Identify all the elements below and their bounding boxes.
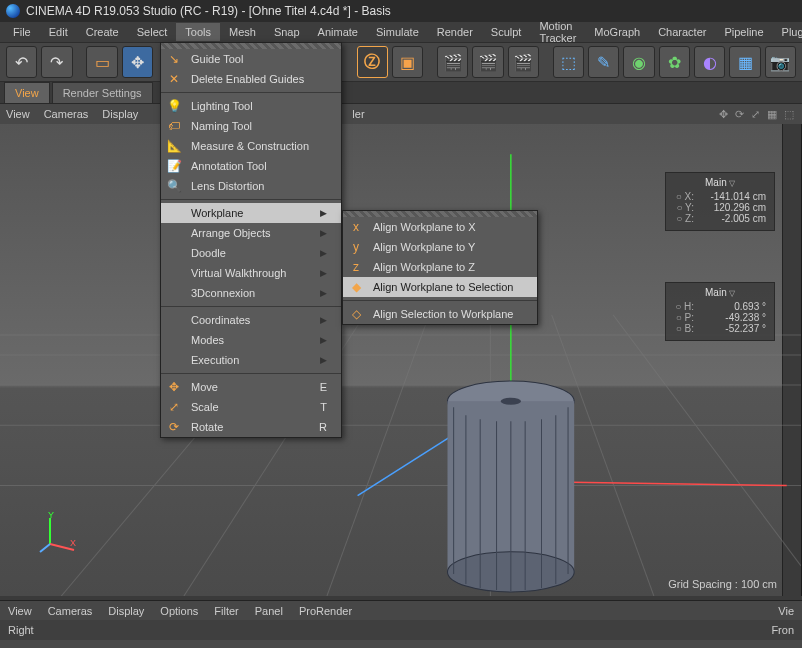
workplane-align-workplane-to-selection[interactable]: ◆Align Workplane to Selection (343, 277, 537, 297)
lower-menu-prorender[interactable]: ProRender (299, 605, 352, 617)
menu-plugin[interactable]: Plugin (773, 23, 802, 41)
lower-menu-options[interactable]: Options (160, 605, 198, 617)
menubar: FileEditCreateSelectToolsMeshSnapAnimate… (0, 22, 802, 42)
redo-button[interactable]: ↷ (41, 46, 72, 78)
menu-item-label: Coordinates (191, 314, 250, 326)
shortcut-label: R (319, 421, 327, 433)
menu-item-icon (165, 205, 183, 221)
lower-menu-panel[interactable]: Panel (255, 605, 283, 617)
main-toolbar: ↶ ↷ ▭ ✥ Ⓩ ▣ 🎬 🎬 🎬 ⬚ ✎ ◉ ✿ ◐ ▦ 📷 (0, 42, 802, 82)
select-tool[interactable]: ▭ (86, 46, 117, 78)
menu-select[interactable]: Select (128, 23, 177, 41)
prim-cube-icon[interactable]: ⬚ (553, 46, 584, 78)
lower-menu-display[interactable]: Display (108, 605, 144, 617)
tab-view[interactable]: View (4, 82, 50, 103)
viewport-nav-icons[interactable]: ✥ ⟳ ⤢ ▦ ⬚ (719, 108, 796, 121)
menu-item-label: Align Workplane to Z (373, 261, 475, 273)
tools-lighting-tool[interactable]: 💡Lighting Tool (161, 96, 341, 116)
menu-item-icon (165, 332, 183, 348)
menu-mesh[interactable]: Mesh (220, 23, 265, 41)
tools-menu[interactable]: ↘Guide Tool✕Delete Enabled Guides💡Lighti… (160, 42, 342, 438)
tools-modes[interactable]: Modes▶ (161, 330, 341, 350)
tools-delete-enabled-guides[interactable]: ✕Delete Enabled Guides (161, 69, 341, 89)
menu-item-label: Align Workplane to Y (373, 241, 475, 253)
tools-move[interactable]: ✥MoveE (161, 377, 341, 397)
generator-icon[interactable]: ◉ (623, 46, 654, 78)
menu-item-icon (165, 225, 183, 241)
vp-menu-cameras[interactable]: Cameras (44, 108, 89, 120)
tools-coordinates[interactable]: Coordinates▶ (161, 310, 341, 330)
gen2-icon[interactable]: ✿ (659, 46, 690, 78)
menu-tools[interactable]: Tools (176, 23, 220, 41)
workplane-submenu[interactable]: xAlign Workplane to XyAlign Workplane to… (342, 210, 538, 325)
menu-item-label: Delete Enabled Guides (191, 73, 304, 85)
spline-icon[interactable]: ✎ (588, 46, 619, 78)
tools-3dconnexion[interactable]: 3Dconnexion▶ (161, 283, 341, 303)
tools-execution[interactable]: Execution▶ (161, 350, 341, 370)
view-name-right: Fron (771, 624, 794, 636)
shortcut-label: E (320, 381, 327, 393)
menu-item-label: Naming Tool (191, 120, 252, 132)
tools-arrange-objects[interactable]: Arrange Objects▶ (161, 223, 341, 243)
menu-render[interactable]: Render (428, 23, 482, 41)
vp-menu-display[interactable]: Display (102, 108, 138, 120)
lower-menu-cameras[interactable]: Cameras (48, 605, 93, 617)
workplane-align-workplane-to-y[interactable]: yAlign Workplane to Y (343, 237, 537, 257)
tab-render-settings[interactable]: Render Settings (52, 82, 153, 103)
vp-menu-view[interactable]: View (6, 108, 30, 120)
menu-animate[interactable]: Animate (309, 23, 367, 41)
menu-character[interactable]: Character (649, 23, 715, 41)
viewport-perspective[interactable]: Y X Grid Spacing : 100 cm Main ○ X:-141.… (0, 124, 802, 596)
menu-item-icon: ✕ (165, 71, 183, 87)
menu-motion-tracker[interactable]: Motion Tracker (530, 17, 585, 47)
menu-item-label: Annotation Tool (191, 160, 267, 172)
menu-create[interactable]: Create (77, 23, 128, 41)
clapper2-icon[interactable]: 🎬 (472, 46, 503, 78)
axis-icon[interactable]: Ⓩ (357, 46, 388, 78)
floor-icon[interactable]: ▦ (729, 46, 760, 78)
undo-button[interactable]: ↶ (6, 46, 37, 78)
clapper1-icon[interactable]: 🎬 (437, 46, 468, 78)
workplane-align-selection-to-workplane[interactable]: ◇Align Selection to Workplane (343, 304, 537, 324)
tools-measure-construction[interactable]: 📐Measure & Construction (161, 136, 341, 156)
cylinder-object (447, 381, 574, 592)
menu-item-label: Doodle (191, 247, 226, 259)
app-icon (6, 4, 20, 18)
menu-snap[interactable]: Snap (265, 23, 309, 41)
workplane-align-workplane-to-x[interactable]: xAlign Workplane to X (343, 217, 537, 237)
submenu-arrow-icon: ▶ (320, 268, 327, 278)
lower-menu-view[interactable]: View (8, 605, 32, 617)
tools-virtual-walkthrough[interactable]: Virtual Walkthrough▶ (161, 263, 341, 283)
tools-naming-tool[interactable]: 🏷Naming Tool (161, 116, 341, 136)
deformer-icon[interactable]: ◐ (694, 46, 725, 78)
move-tool[interactable]: ✥ (122, 46, 153, 78)
tools-rotate[interactable]: ⟳RotateR (161, 417, 341, 437)
shortcut-label: T (320, 401, 327, 413)
menu-item-icon (165, 352, 183, 368)
tools-workplane[interactable]: Workplane▶ (161, 203, 341, 223)
tools-annotation-tool[interactable]: 📝Annotation Tool (161, 156, 341, 176)
lower-viewport-menubar: ViewCamerasDisplayOptionsFilterPanelProR… (0, 600, 802, 620)
menu-mograph[interactable]: MoGraph (585, 23, 649, 41)
menu-pipeline[interactable]: Pipeline (715, 23, 772, 41)
tools-lens-distortion[interactable]: 🔍Lens Distortion (161, 176, 341, 196)
workplane-align-workplane-to-z[interactable]: zAlign Workplane to Z (343, 257, 537, 277)
vp-extra-label: ler (352, 108, 364, 120)
menu-item-icon: 📐 (165, 138, 183, 154)
menu-file[interactable]: File (4, 23, 40, 41)
clapper3-icon[interactable]: 🎬 (508, 46, 539, 78)
menu-item-label: Align Workplane to Selection (373, 281, 513, 293)
svg-line-6 (613, 315, 801, 566)
tools-doodle[interactable]: Doodle▶ (161, 243, 341, 263)
view-tabbar: ViewRender Settings (0, 82, 802, 104)
lower-right-label: Vie (778, 605, 794, 617)
camera-icon[interactable]: 📷 (765, 46, 796, 78)
tools-guide-tool[interactable]: ↘Guide Tool (161, 49, 341, 69)
svg-line-3 (327, 315, 429, 596)
cube-icon[interactable]: ▣ (392, 46, 423, 78)
menu-edit[interactable]: Edit (40, 23, 77, 41)
menu-sculpt[interactable]: Sculpt (482, 23, 531, 41)
tools-scale[interactable]: ⤢ScaleT (161, 397, 341, 417)
lower-menu-filter[interactable]: Filter (214, 605, 238, 617)
menu-simulate[interactable]: Simulate (367, 23, 428, 41)
